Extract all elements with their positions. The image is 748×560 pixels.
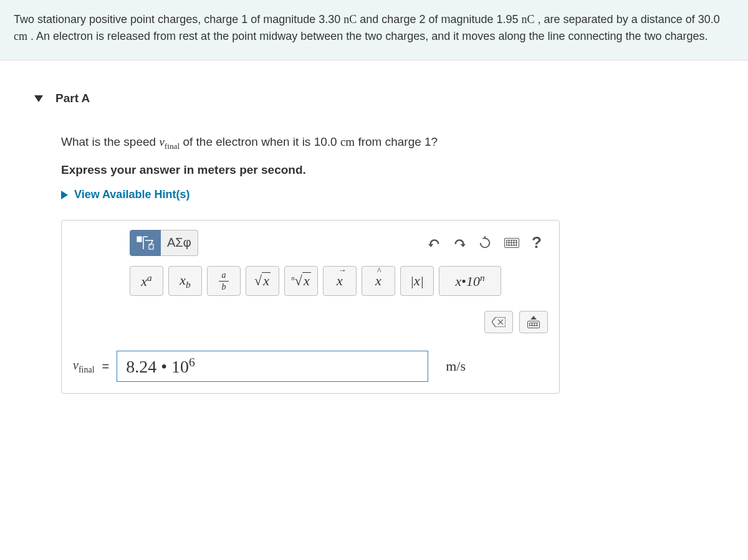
help-button[interactable]: ?	[525, 228, 548, 257]
answer-input[interactable]: 8.24 • 106	[117, 351, 428, 382]
view-hints-link[interactable]: View Available Hint(s)	[61, 188, 736, 201]
hints-label: View Available Hint(s)	[74, 188, 189, 201]
variable-vfinal: vfinal	[159, 135, 180, 148]
chevron-right-icon	[61, 191, 68, 199]
math-templates-button[interactable]	[130, 230, 161, 256]
nth-root-button[interactable]: n√x	[284, 266, 318, 296]
toolbar-aux	[62, 300, 559, 342]
answer-editor: ΑΣφ	[61, 220, 560, 394]
math-template-icon	[137, 235, 154, 250]
unit-nc-1: nC	[343, 13, 357, 26]
answer-variable: vfinal	[73, 358, 95, 375]
unit-nc-2: nC	[522, 13, 535, 26]
part-a-section: Part A What is the speed vfinal of the e…	[0, 60, 748, 406]
greek-symbols-button[interactable]: ΑΣφ	[161, 230, 198, 256]
chevron-down-icon	[34, 95, 43, 102]
svg-rect-0	[137, 237, 141, 242]
absolute-value-button[interactable]: |x|	[400, 266, 434, 296]
superscript-button[interactable]: xa	[130, 266, 163, 296]
problem-text: . An electron is released from rest at t…	[27, 30, 708, 42]
backspace-icon	[492, 317, 506, 327]
fraction-button[interactable]: a b	[207, 266, 241, 296]
redo-button[interactable]	[447, 232, 472, 254]
question-text: What is the speed vfinal of the electron…	[61, 134, 736, 152]
problem-text: and charge 2 of magnitude 1.95	[357, 13, 521, 26]
undo-button[interactable]	[422, 232, 447, 254]
clear-button[interactable]	[484, 311, 513, 333]
toolbar-formatting: xa xb a b √x n√x	[62, 262, 559, 300]
subscript-button[interactable]: xb	[168, 266, 202, 296]
scientific-notation-button[interactable]: x•10n	[439, 266, 501, 296]
problem-text: Two stationary positive point charges, c…	[14, 13, 343, 26]
keyboard-icon	[527, 321, 540, 328]
caret-up-icon	[530, 316, 537, 320]
answer-units: m/s	[446, 358, 466, 374]
hat-button[interactable]: ^x	[362, 266, 395, 296]
undo-icon	[428, 237, 441, 249]
equals-sign: =	[102, 359, 110, 374]
reset-button[interactable]	[472, 231, 498, 255]
vector-button[interactable]: →x	[323, 266, 357, 296]
redo-icon	[453, 237, 466, 249]
unit-cm: cm	[14, 30, 27, 42]
keyboard-icon	[504, 238, 519, 248]
reset-icon	[478, 236, 492, 250]
problem-statement: Two stationary positive point charges, c…	[0, 0, 748, 60]
keyboard-small-button[interactable]	[519, 311, 548, 333]
toolbar-main: ΑΣφ	[62, 221, 559, 262]
svg-rect-1	[149, 244, 153, 249]
part-a-body: What is the speed vfinal of the electron…	[19, 115, 736, 394]
part-title: Part A	[55, 92, 90, 105]
part-a-header[interactable]: Part A	[19, 82, 736, 115]
problem-text: , are separated by a distance of 30.0	[535, 13, 720, 26]
answer-line: vfinal = 8.24 • 106 m/s	[62, 342, 559, 393]
answer-instruction: Express your answer in meters per second…	[61, 163, 736, 177]
sqrt-button[interactable]: √x	[246, 266, 279, 296]
keyboard-button[interactable]	[498, 233, 525, 253]
